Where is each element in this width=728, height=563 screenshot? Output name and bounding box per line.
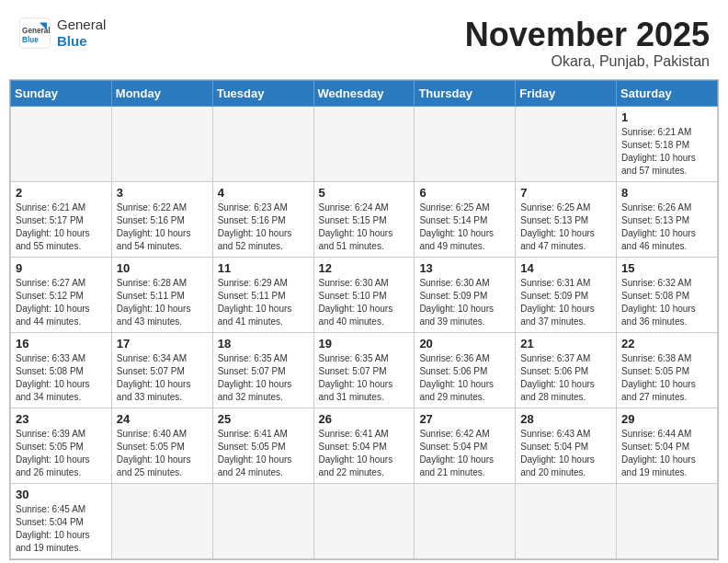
day-cell [313, 483, 415, 558]
day-cell: 18Sunrise: 6:35 AM Sunset: 5:07 PM Dayli… [212, 332, 313, 408]
calendar-table: SundayMondayTuesdayWednesdayThursdayFrid… [10, 80, 718, 559]
weekday-header-saturday: Saturday [617, 80, 718, 106]
day-number: 21 [520, 337, 611, 350]
day-info: Sunrise: 6:39 AM Sunset: 5:05 PM Dayligh… [16, 428, 107, 479]
day-info: Sunrise: 6:23 AM Sunset: 5:16 PM Dayligh… [218, 201, 309, 253]
day-cell: 16Sunrise: 6:33 AM Sunset: 5:08 PM Dayli… [11, 332, 112, 408]
day-number: 30 [16, 488, 107, 501]
weekday-header-tuesday: Tuesday [212, 80, 313, 106]
day-cell: 19Sunrise: 6:35 AM Sunset: 5:07 PM Dayli… [313, 332, 415, 408]
svg-text:Blue: Blue [22, 36, 39, 44]
day-cell [11, 106, 112, 181]
day-cell: 9Sunrise: 6:27 AM Sunset: 5:12 PM Daylig… [11, 257, 112, 332]
weekday-header-monday: Monday [111, 80, 212, 106]
day-info: Sunrise: 6:25 AM Sunset: 5:13 PM Dayligh… [520, 201, 611, 253]
day-info: Sunrise: 6:44 AM Sunset: 5:04 PM Dayligh… [621, 428, 712, 479]
day-number: 10 [117, 261, 208, 275]
calendar-header: SundayMondayTuesdayWednesdayThursdayFrid… [11, 80, 718, 106]
day-cell [516, 106, 617, 181]
day-number: 28 [520, 412, 611, 426]
logo-blue-text: Blue [57, 33, 106, 50]
day-info: Sunrise: 6:22 AM Sunset: 5:16 PM Dayligh… [117, 201, 208, 253]
day-info: Sunrise: 6:31 AM Sunset: 5:09 PM Dayligh… [520, 277, 611, 328]
day-cell: 17Sunrise: 6:34 AM Sunset: 5:07 PM Dayli… [111, 332, 212, 408]
day-info: Sunrise: 6:34 AM Sunset: 5:07 PM Dayligh… [117, 352, 208, 404]
day-cell: 12Sunrise: 6:30 AM Sunset: 5:10 PM Dayli… [313, 257, 415, 332]
logo: General Blue General Blue [18, 17, 106, 50]
day-cell: 23Sunrise: 6:39 AM Sunset: 5:05 PM Dayli… [11, 408, 112, 483]
day-info: Sunrise: 6:33 AM Sunset: 5:08 PM Dayligh… [16, 352, 107, 404]
day-info: Sunrise: 6:29 AM Sunset: 5:11 PM Dayligh… [218, 277, 309, 328]
header: General Blue General Blue November 2025 … [0, 0, 728, 79]
day-number: 12 [319, 261, 410, 275]
day-info: Sunrise: 6:41 AM Sunset: 5:04 PM Dayligh… [319, 428, 410, 479]
day-cell: 28Sunrise: 6:43 AM Sunset: 5:04 PM Dayli… [516, 408, 617, 483]
day-info: Sunrise: 6:32 AM Sunset: 5:08 PM Dayligh… [621, 277, 712, 328]
day-info: Sunrise: 6:43 AM Sunset: 5:04 PM Dayligh… [520, 428, 611, 479]
day-info: Sunrise: 6:21 AM Sunset: 5:18 PM Dayligh… [621, 126, 712, 178]
day-cell: 10Sunrise: 6:28 AM Sunset: 5:11 PM Dayli… [111, 257, 212, 332]
day-cell: 8Sunrise: 6:26 AM Sunset: 5:13 PM Daylig… [617, 181, 718, 257]
day-cell [212, 106, 313, 181]
logo-icon: General Blue [18, 17, 51, 50]
day-cell [516, 483, 617, 558]
day-cell: 3Sunrise: 6:22 AM Sunset: 5:16 PM Daylig… [111, 181, 212, 257]
day-info: Sunrise: 6:40 AM Sunset: 5:05 PM Dayligh… [117, 428, 208, 479]
day-cell [212, 483, 313, 558]
day-info: Sunrise: 6:25 AM Sunset: 5:14 PM Dayligh… [419, 201, 510, 253]
week-row-4: 16Sunrise: 6:33 AM Sunset: 5:08 PM Dayli… [11, 332, 718, 408]
day-info: Sunrise: 6:21 AM Sunset: 5:17 PM Dayligh… [16, 201, 107, 253]
day-cell: 20Sunrise: 6:36 AM Sunset: 5:06 PM Dayli… [415, 332, 516, 408]
weekday-header-sunday: Sunday [11, 80, 112, 106]
day-cell: 2Sunrise: 6:21 AM Sunset: 5:17 PM Daylig… [11, 181, 112, 257]
day-cell: 29Sunrise: 6:44 AM Sunset: 5:04 PM Dayli… [617, 408, 718, 483]
day-number: 1 [621, 110, 712, 124]
week-row-2: 2Sunrise: 6:21 AM Sunset: 5:17 PM Daylig… [11, 181, 718, 257]
calendar-container: SundayMondayTuesdayWednesdayThursdayFrid… [9, 79, 719, 560]
day-info: Sunrise: 6:35 AM Sunset: 5:07 PM Dayligh… [218, 352, 309, 404]
day-number: 22 [621, 337, 712, 350]
day-info: Sunrise: 6:37 AM Sunset: 5:06 PM Dayligh… [520, 352, 611, 404]
day-cell: 4Sunrise: 6:23 AM Sunset: 5:16 PM Daylig… [212, 181, 313, 257]
day-number: 26 [319, 412, 410, 426]
day-info: Sunrise: 6:41 AM Sunset: 5:05 PM Dayligh… [218, 428, 309, 479]
day-info: Sunrise: 6:30 AM Sunset: 5:09 PM Dayligh… [419, 277, 510, 328]
day-number: 18 [218, 337, 309, 350]
day-number: 19 [319, 337, 410, 350]
week-row-5: 23Sunrise: 6:39 AM Sunset: 5:05 PM Dayli… [11, 408, 718, 483]
day-cell: 21Sunrise: 6:37 AM Sunset: 5:06 PM Dayli… [516, 332, 617, 408]
day-number: 27 [419, 412, 510, 426]
day-number: 17 [117, 337, 208, 350]
week-row-3: 9Sunrise: 6:27 AM Sunset: 5:12 PM Daylig… [11, 257, 718, 332]
day-info: Sunrise: 6:26 AM Sunset: 5:13 PM Dayligh… [621, 201, 712, 253]
day-cell [111, 483, 212, 558]
day-number: 24 [117, 412, 208, 426]
day-number: 11 [218, 261, 309, 275]
day-info: Sunrise: 6:36 AM Sunset: 5:06 PM Dayligh… [419, 352, 510, 404]
day-cell [415, 106, 516, 181]
month-title: November 2025 [465, 17, 710, 53]
day-cell: 7Sunrise: 6:25 AM Sunset: 5:13 PM Daylig… [516, 181, 617, 257]
day-number: 15 [621, 261, 712, 275]
day-cell [313, 106, 415, 181]
location-subtitle: Okara, Punjab, Pakistan [465, 53, 710, 70]
calendar-body: 1Sunrise: 6:21 AM Sunset: 5:18 PM Daylig… [11, 106, 718, 558]
day-number: 25 [218, 412, 309, 426]
day-number: 9 [16, 261, 107, 275]
day-cell: 22Sunrise: 6:38 AM Sunset: 5:05 PM Dayli… [617, 332, 718, 408]
weekday-header-thursday: Thursday [415, 80, 516, 106]
logo-general-text: General [57, 17, 106, 33]
day-cell: 14Sunrise: 6:31 AM Sunset: 5:09 PM Dayli… [516, 257, 617, 332]
day-cell: 26Sunrise: 6:41 AM Sunset: 5:04 PM Dayli… [313, 408, 415, 483]
day-info: Sunrise: 6:24 AM Sunset: 5:15 PM Dayligh… [319, 201, 410, 253]
day-number: 4 [218, 186, 309, 200]
day-number: 20 [419, 337, 510, 350]
day-number: 13 [419, 261, 510, 275]
day-cell [415, 483, 516, 558]
day-cell: 25Sunrise: 6:41 AM Sunset: 5:05 PM Dayli… [212, 408, 313, 483]
weekday-header-wednesday: Wednesday [313, 80, 415, 106]
day-number: 14 [520, 261, 611, 275]
day-number: 5 [319, 186, 410, 200]
day-cell: 30Sunrise: 6:45 AM Sunset: 5:04 PM Dayli… [11, 483, 112, 558]
day-cell: 24Sunrise: 6:40 AM Sunset: 5:05 PM Dayli… [111, 408, 212, 483]
